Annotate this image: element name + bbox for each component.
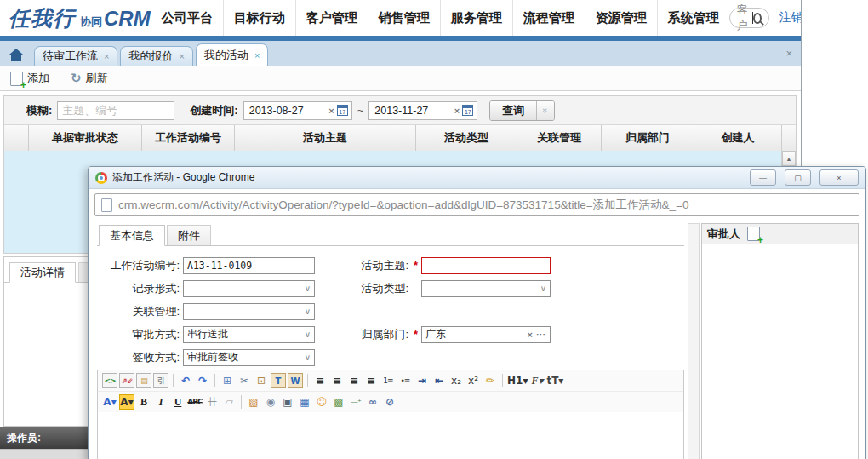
close-icon[interactable]: ×: [254, 50, 260, 60]
menu-customer-mgmt[interactable]: 客户管理: [295, 0, 368, 36]
query-button[interactable]: 查询 »: [489, 100, 555, 121]
col-creator[interactable]: 创建人: [694, 125, 782, 151]
undo-icon[interactable]: ↶: [178, 373, 193, 388]
relation-mgmt-select[interactable]: ∨: [183, 303, 315, 320]
date-from-input[interactable]: 2013-08-27 × 17: [243, 101, 352, 120]
menu-company-platform[interactable]: 公司平台: [151, 0, 223, 36]
underline-icon[interactable]: U: [170, 394, 186, 410]
popup-title-bar[interactable]: 添加工作活动 - Google Chrome — ▢ ×: [89, 167, 865, 189]
font-size-icon[interactable]: tT▾: [546, 373, 563, 388]
activity-type-select[interactable]: ∨: [421, 280, 551, 297]
close-icon[interactable]: ×: [179, 51, 184, 61]
department-input[interactable]: 广东 × ⋯: [421, 326, 551, 343]
scroll-up-icon[interactable]: ▲: [782, 151, 796, 166]
ordered-list-icon[interactable]: 1≡: [380, 373, 396, 388]
form-scrollbar[interactable]: [688, 223, 700, 459]
add-button[interactable]: + 添加: [7, 69, 53, 88]
format-brush-icon[interactable]: ✏: [483, 373, 498, 388]
col-relation-mgmt[interactable]: 关联管理: [517, 125, 602, 151]
subject-input[interactable]: [421, 257, 551, 274]
paste-word-icon[interactable]: W: [288, 373, 303, 388]
tab-my-activities[interactable]: 我的活动 ×: [196, 43, 268, 66]
insert-flash-icon[interactable]: ◉: [263, 394, 278, 410]
fullscreen-icon[interactable]: ⇗⇙: [119, 373, 134, 388]
col-activity-subject[interactable]: 活动主题: [235, 125, 416, 151]
col-department[interactable]: 归属部门: [602, 125, 694, 151]
menu-service-mgmt[interactable]: 服务管理: [440, 0, 512, 36]
blockquote-icon[interactable]: 引: [153, 373, 168, 388]
approval-mode-select[interactable]: 串行送批 ∨: [183, 326, 315, 343]
chevron-down-icon[interactable]: »: [536, 101, 554, 120]
indent-icon[interactable]: ⇥: [414, 373, 430, 388]
address-bar[interactable]: crm.wecrm.com/Activity/ActivityOperation…: [94, 193, 859, 216]
close-all-tabs-icon[interactable]: ×: [785, 47, 792, 60]
highlight-color-icon[interactable]: A▾: [119, 394, 134, 410]
redo-icon[interactable]: ↷: [195, 373, 210, 388]
align-left-icon[interactable]: ≡: [312, 373, 328, 388]
tab-activity-detail[interactable]: 活动详情: [9, 262, 76, 283]
justify-icon[interactable]: ≡: [363, 373, 379, 388]
activity-code-input[interactable]: A13-11-0109: [183, 257, 315, 274]
close-button[interactable]: ×: [819, 169, 859, 186]
insert-image-icon[interactable]: ▧: [246, 394, 261, 410]
tab-pending-workflow[interactable]: 待审工作流 ×: [34, 46, 117, 66]
outdent-icon[interactable]: ⇤: [431, 373, 447, 388]
menu-sales-mgmt[interactable]: 销售管理: [368, 0, 440, 36]
font-family-icon[interactable]: F▾: [529, 373, 545, 388]
strikethrough-icon[interactable]: ABC: [187, 394, 203, 410]
align-center-icon[interactable]: ≡: [329, 373, 345, 388]
unordered-list-icon[interactable]: •≡: [397, 373, 413, 388]
home-icon[interactable]: [9, 49, 24, 62]
sign-mode-select[interactable]: 审批前签收 ∨: [183, 349, 315, 366]
bold-icon[interactable]: B: [136, 394, 151, 410]
superscript-icon[interactable]: x²: [465, 373, 481, 388]
heading-icon[interactable]: H1▾: [507, 373, 528, 388]
clear-icon[interactable]: ×: [454, 106, 460, 116]
align-right-icon[interactable]: ≡: [346, 373, 362, 388]
menu-target-action[interactable]: 目标行动: [223, 0, 295, 36]
tab-basic-info[interactable]: 基本信息: [99, 225, 165, 246]
clear-icon[interactable]: ×: [528, 330, 533, 340]
fuzzy-search-input[interactable]: [57, 101, 174, 120]
emoticon-icon[interactable]: ☺: [314, 394, 329, 410]
calendar-icon[interactable]: 17: [337, 105, 348, 116]
close-icon[interactable]: ×: [104, 51, 109, 61]
minimize-button[interactable]: —: [750, 169, 776, 186]
menu-process-mgmt[interactable]: 流程管理: [512, 0, 585, 36]
html-source-icon[interactable]: <>: [102, 373, 117, 388]
clear-icon[interactable]: ×: [328, 106, 334, 116]
col-approval-status[interactable]: 单据审批状态: [29, 125, 142, 151]
unlink-icon[interactable]: ⊘: [382, 394, 397, 410]
refresh-button[interactable]: ↻ 刷新: [67, 69, 111, 88]
browse-ellipsis-icon[interactable]: ⋯: [536, 329, 546, 340]
subscript-icon[interactable]: x₂: [448, 373, 464, 388]
col-activity-code[interactable]: 工作活动编号: [142, 125, 235, 151]
maximize-button[interactable]: ▢: [785, 169, 811, 186]
global-search-input[interactable]: 客户: [729, 8, 769, 28]
tab-my-quotes[interactable]: 我的报价 ×: [120, 46, 192, 66]
date-to-input[interactable]: 2013-11-27 × 17: [368, 101, 477, 120]
insert-media-icon[interactable]: ▣: [280, 394, 295, 410]
dashed-border-icon[interactable]: ┼┼: [204, 394, 220, 410]
horizontal-rule-icon[interactable]: —⁺: [348, 394, 363, 410]
record-form-select[interactable]: ∨: [183, 280, 315, 297]
image-map-icon[interactable]: ▩: [331, 394, 346, 410]
tab-attachments[interactable]: 附件: [167, 225, 211, 245]
copy-icon[interactable]: ⊞: [220, 373, 235, 388]
font-color-icon[interactable]: A▾: [102, 394, 117, 410]
logout-link[interactable]: 注销: [779, 10, 802, 26]
menu-resource-mgmt[interactable]: 资源管理: [585, 0, 657, 36]
preview-icon[interactable]: ▤: [136, 373, 151, 388]
eraser-icon[interactable]: ▱: [221, 394, 237, 410]
link-icon[interactable]: ∞: [365, 394, 380, 410]
paste-text-icon[interactable]: T: [271, 373, 286, 388]
insert-table-icon[interactable]: ▦: [297, 394, 312, 410]
add-approver-icon[interactable]: +: [747, 227, 760, 241]
menu-system-mgmt[interactable]: 系统管理: [657, 0, 729, 36]
calendar-icon[interactable]: 17: [462, 105, 473, 116]
col-activity-type[interactable]: 活动类型: [416, 125, 517, 151]
editor-content-area[interactable]: [98, 412, 683, 459]
paste-icon[interactable]: ⊡: [254, 373, 269, 388]
cut-icon[interactable]: ✂: [237, 373, 252, 388]
italic-icon[interactable]: I: [153, 394, 168, 410]
